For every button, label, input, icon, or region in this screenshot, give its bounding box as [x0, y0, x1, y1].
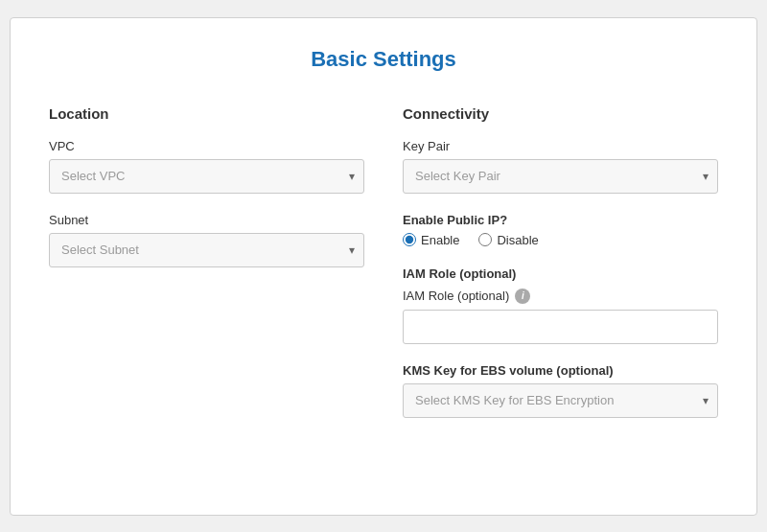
vpc-select-wrapper: Select VPC ▾: [49, 159, 364, 194]
disable-radio-option[interactable]: Disable: [478, 233, 538, 247]
connectivity-section: Connectivity Key Pair Select Key Pair ▾ …: [403, 105, 718, 437]
vpc-select[interactable]: Select VPC: [49, 159, 364, 194]
iam-role-field-label: IAM Role (optional): [403, 289, 509, 303]
subnet-label: Subnet: [49, 213, 364, 227]
kms-key-select-wrapper: Select KMS Key for EBS Encryption ▾: [403, 383, 718, 418]
enable-radio-input[interactable]: [403, 233, 416, 246]
key-pair-label: Key Pair: [403, 139, 718, 153]
vpc-label: VPC: [49, 139, 364, 153]
key-pair-select-wrapper: Select Key Pair ▾: [403, 159, 718, 194]
vpc-field-group: VPC Select VPC ▾: [49, 139, 364, 194]
iam-role-input[interactable]: [403, 310, 718, 344]
disable-radio-label: Disable: [497, 233, 538, 247]
settings-card: Basic Settings Location VPC Select VPC ▾…: [10, 17, 757, 516]
main-layout: Location VPC Select VPC ▾ Subnet Select …: [49, 105, 718, 437]
kms-key-field-group: KMS Key for EBS volume (optional) Select…: [403, 363, 718, 418]
enable-radio-label: Enable: [421, 233, 459, 247]
enable-public-ip-radio-group: Enable Disable: [403, 233, 718, 247]
iam-role-info-icon[interactable]: i: [515, 289, 530, 304]
enable-radio-option[interactable]: Enable: [403, 233, 459, 247]
subnet-select[interactable]: Select Subnet: [49, 233, 364, 267]
location-section-label: Location: [49, 105, 364, 122]
enable-public-ip-field-group: Enable Public IP? Enable Disable: [403, 213, 718, 247]
subnet-select-wrapper: Select Subnet ▾: [49, 233, 364, 267]
disable-radio-input[interactable]: [478, 233, 492, 246]
key-pair-select[interactable]: Select Key Pair: [403, 159, 718, 194]
location-section: Location VPC Select VPC ▾ Subnet Select …: [49, 105, 364, 437]
kms-key-label: KMS Key for EBS volume (optional): [403, 363, 718, 378]
iam-role-field-group: IAM Role (optional) IAM Role (optional) …: [403, 266, 718, 344]
kms-key-select[interactable]: Select KMS Key for EBS Encryption: [403, 383, 718, 418]
iam-role-section-label: IAM Role (optional): [403, 266, 718, 281]
connectivity-section-label: Connectivity: [403, 105, 718, 122]
enable-public-ip-label: Enable Public IP?: [403, 213, 718, 227]
subnet-field-group: Subnet Select Subnet ▾: [49, 213, 364, 267]
page-title: Basic Settings: [49, 47, 718, 72]
key-pair-field-group: Key Pair Select Key Pair ▾: [403, 139, 718, 194]
iam-role-label-row: IAM Role (optional) i: [403, 289, 718, 304]
